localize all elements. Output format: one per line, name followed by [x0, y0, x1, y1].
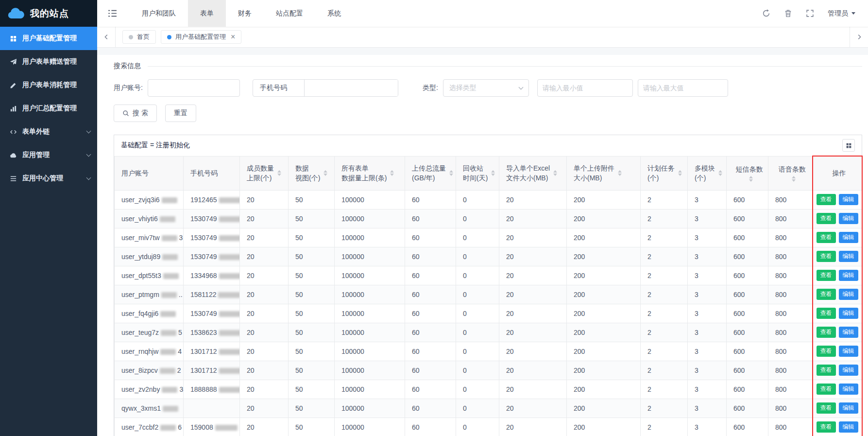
actions-cell: 查看编辑 — [813, 380, 862, 399]
value-cell: 0 — [456, 380, 499, 399]
sort-icon[interactable] — [678, 170, 682, 176]
sort-icon[interactable] — [491, 170, 495, 176]
column-header[interactable]: 成员数量上限(个) — [240, 156, 289, 190]
trash-icon[interactable] — [784, 9, 792, 17]
edit-button[interactable]: 编辑 — [839, 251, 858, 262]
edit-button[interactable]: 编辑 — [839, 308, 858, 319]
search-icon — [122, 110, 129, 117]
open-tabs: 首页用户基础配置管理× — [116, 30, 241, 44]
top-menu-item[interactable]: 财务 — [226, 0, 264, 27]
view-button[interactable]: 查看 — [817, 402, 836, 414]
view-button[interactable]: 查看 — [817, 327, 836, 338]
fullscreen-icon[interactable] — [806, 9, 814, 17]
value-cell: 600 — [727, 361, 768, 380]
min-value-input[interactable] — [537, 79, 633, 97]
logo[interactable]: 我的站点 — [0, 0, 97, 27]
sort-icon[interactable] — [792, 176, 796, 182]
column-header[interactable]: 数据视图(个) — [289, 156, 335, 190]
value-cell: 50 — [289, 361, 335, 380]
sidebar-item-label: 用户表单消耗管理 — [22, 81, 77, 89]
table-row: user_miv7tw31530749205010000060020200236… — [115, 228, 862, 247]
top-menu-item[interactable]: 站点配置 — [264, 0, 315, 27]
sidebar-item[interactable]: 表单外链 — [0, 120, 97, 143]
column-settings-button[interactable] — [842, 139, 855, 152]
column-header[interactable]: 上传总流量(GB/年) — [405, 156, 456, 190]
sort-icon[interactable] — [390, 170, 394, 176]
value-cell: 20 — [499, 228, 567, 247]
edit-button[interactable]: 编辑 — [839, 213, 858, 225]
column-header[interactable]: 所有表单数据量上限(条) — [335, 156, 405, 190]
column-header[interactable]: 单个上传附件大小(MB) — [567, 156, 641, 190]
view-button[interactable]: 查看 — [817, 289, 836, 300]
sidebar-item[interactable]: 应用中心管理 — [0, 167, 97, 190]
value-cell: 100000 — [335, 266, 405, 285]
column-header[interactable]: 计划任务(个) — [641, 156, 688, 190]
edit-button[interactable]: 编辑 — [839, 384, 858, 395]
view-button[interactable]: 查看 — [817, 251, 836, 262]
close-icon[interactable]: × — [231, 33, 235, 41]
top-menu-item[interactable]: 系统 — [315, 0, 353, 27]
value-cell: 20 — [499, 361, 567, 380]
tabs-scroll-right-icon[interactable] — [850, 27, 868, 47]
sidebar-item[interactable]: 应用管理 — [0, 143, 97, 167]
reset-button[interactable]: 重置 — [165, 105, 196, 122]
column-header[interactable]: 导入单个Excel文件大小(MB) — [499, 156, 567, 190]
value-cell: 60 — [405, 304, 456, 323]
column-header[interactable]: 多模块(个) — [688, 156, 727, 190]
refresh-icon[interactable] — [762, 9, 770, 17]
sort-icon[interactable] — [449, 170, 453, 176]
edit-button[interactable]: 编辑 — [839, 365, 858, 376]
top-menu-item[interactable]: 表单 — [188, 0, 226, 27]
column-header[interactable]: 语音条数 — [768, 156, 813, 190]
admin-dropdown[interactable]: 管理员 — [828, 9, 855, 18]
sort-icon[interactable] — [618, 170, 622, 176]
sidebar-item[interactable]: 用户基础配置管理 — [0, 27, 97, 50]
view-button[interactable]: 查看 — [817, 365, 836, 376]
sidebar-item[interactable]: 用户表单消耗管理 — [0, 73, 97, 97]
view-button[interactable]: 查看 — [817, 308, 836, 319]
column-header[interactable]: 短信条数 — [727, 156, 768, 190]
view-button[interactable]: 查看 — [817, 213, 836, 225]
view-button[interactable]: 查看 — [817, 421, 836, 433]
max-value-input[interactable] — [638, 79, 728, 97]
edit-button[interactable]: 编辑 — [839, 232, 858, 244]
search-button[interactable]: 搜 索 — [114, 105, 157, 122]
edit-button[interactable]: 编辑 — [839, 346, 858, 357]
search-section: 搜索信息 用户账号: 手机号码 类型: 选择类型 — [114, 62, 862, 122]
sidebar-item[interactable]: 用户表单赠送管理 — [0, 50, 97, 73]
value-cell: 3 — [688, 190, 727, 209]
phone-input[interactable] — [305, 80, 398, 96]
edit-button[interactable]: 编辑 — [839, 194, 858, 206]
edit-button[interactable]: 编辑 — [839, 289, 858, 300]
account-text-suffix: 5 — [178, 329, 182, 336]
tab-chip[interactable]: 首页 — [122, 30, 156, 44]
edit-button[interactable]: 编辑 — [839, 402, 858, 414]
edit-button[interactable]: 编辑 — [839, 421, 858, 433]
value-cell: 50 — [289, 190, 335, 209]
sort-icon[interactable] — [277, 170, 281, 176]
value-cell: 100000 — [335, 285, 405, 304]
view-button[interactable]: 查看 — [817, 232, 836, 244]
sort-icon[interactable] — [718, 170, 722, 176]
menu-collapse-icon[interactable] — [108, 0, 117, 27]
tab-chip[interactable]: 用户基础配置管理× — [161, 30, 241, 44]
value-cell: 800 — [768, 380, 813, 399]
phone-cell: 1538623 — [184, 323, 240, 342]
sidebar-item[interactable]: 用户汇总配置管理 — [0, 97, 97, 120]
tabs-scroll-left-icon[interactable] — [97, 27, 116, 47]
value-cell: 3 — [688, 380, 727, 399]
sort-icon[interactable] — [323, 170, 327, 176]
top-menu-item[interactable]: 用户和团队 — [130, 0, 188, 27]
view-button[interactable]: 查看 — [817, 194, 836, 206]
type-select[interactable]: 选择类型 — [443, 79, 529, 97]
edit-button[interactable]: 编辑 — [839, 327, 858, 338]
sort-icon[interactable] — [553, 170, 557, 176]
column-header[interactable]: 回收站时间(天) — [456, 156, 499, 190]
sort-icon[interactable] — [749, 176, 753, 182]
view-button[interactable]: 查看 — [817, 346, 836, 357]
view-button[interactable]: 查看 — [817, 270, 836, 281]
account-input[interactable] — [148, 79, 240, 97]
view-button[interactable]: 查看 — [817, 384, 836, 395]
redaction-blur — [219, 330, 240, 336]
edit-button[interactable]: 编辑 — [839, 270, 858, 281]
